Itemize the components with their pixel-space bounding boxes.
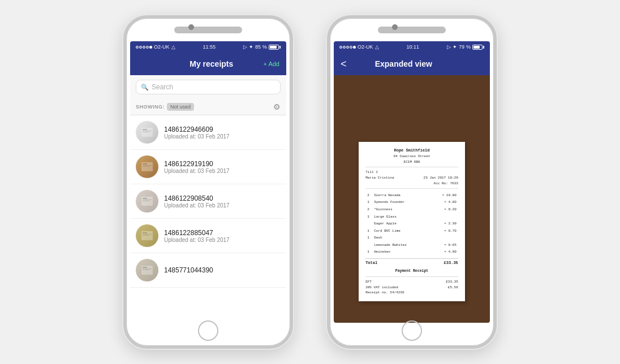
- cashier-row: Maria Cristina 23 Jan 2017 18:20: [365, 175, 458, 181]
- carrier-label: O2-UK: [154, 44, 170, 50]
- divider-2: [365, 188, 458, 189]
- items-table: 2 Sierra Nevada = 10.80 1 Symonds Founde…: [365, 191, 458, 256]
- phone-1-screen: O2-UK △ 11:55 ▷ ✦ 85%: [130, 41, 286, 323]
- svg-rect-11: [143, 201, 149, 201]
- acc-label: Acc No: 7633: [434, 181, 458, 185]
- svg-rect-15: [143, 235, 149, 236]
- receipt-item-4[interactable]: 1485771044390: [130, 253, 286, 288]
- receipt-item-0[interactable]: 1486122946609 Uploaded at: 03 Feb 2017: [130, 115, 286, 150]
- receipt-list: 1486122946609 Uploaded at: 03 Feb 2017 1…: [130, 115, 286, 288]
- phone-1: O2-UK △ 11:55 ▷ ✦ 85%: [123, 15, 293, 349]
- receipt-line-6: 1 Dash: [367, 235, 457, 241]
- nav-title-1: My receipts: [160, 59, 264, 68]
- receipt-line-0: 2 Sierra Nevada = 10.80: [367, 192, 457, 198]
- receipt-thumb-0: [136, 121, 158, 144]
- receipt-id-4: 1485771044390: [164, 266, 213, 274]
- back-button[interactable]: <: [341, 58, 347, 70]
- status-bar-2: O2-UK △ 10:11 ▷ ✦ 79%: [334, 41, 490, 53]
- search-input[interactable]: Search: [152, 83, 173, 91]
- vat-label: 20% VAT included: [365, 285, 398, 291]
- item-price-0: = 10.80: [431, 192, 457, 198]
- svg-rect-13: [143, 232, 147, 233]
- battery-fill-2: [473, 46, 480, 49]
- phone-2: O2-UK △ 10:11 ▷ ✦ 79%: [327, 15, 497, 349]
- receipt-item-3[interactable]: 1486122885047 Uploaded at: 03 Feb 2017: [130, 219, 286, 253]
- receipt-thumb-2: [136, 190, 158, 213]
- total-label: Total: [365, 260, 377, 266]
- battery-cap: [279, 46, 281, 49]
- filter-bar: SHOWING: Not used ⚙: [130, 99, 286, 115]
- receipt-thumb-inner-1: [136, 155, 158, 178]
- receipt-item-1[interactable]: 1486122919190 Uploaded at: 03 Feb 2017: [130, 150, 286, 184]
- item-qty-2: 2: [367, 206, 372, 213]
- svg-rect-3: [143, 132, 149, 132]
- phone-2-speaker: [378, 27, 446, 33]
- signal-dot-3: [143, 46, 145, 49]
- item-qty-8: 1: [367, 249, 372, 255]
- item-qty-7: [367, 242, 372, 248]
- payment-section: Payment Receipt EFT £33.35 20% VAT inclu…: [365, 268, 458, 296]
- item-price-2: = 9.20: [431, 206, 457, 213]
- till-label: Till 1: [365, 170, 378, 175]
- nav-bar-2: < Expanded view: [334, 53, 490, 75]
- item-qty-0: 2: [367, 192, 372, 198]
- filter-showing: SHOWING: Not used: [136, 103, 194, 111]
- phone-2-shell: O2-UK △ 10:11 ▷ ✦ 79%: [327, 15, 497, 349]
- item-name-7: Lemonade Rwhites: [373, 242, 430, 248]
- item-qty-5: 1: [367, 228, 372, 234]
- receipt-info-1: 1486122919190 Uploaded at: 03 Feb 2017: [164, 160, 230, 174]
- vat-row: 20% VAT included £5.56: [365, 285, 458, 291]
- divider-1: [365, 167, 458, 167]
- item-price-1: = 4.80: [431, 200, 457, 206]
- store-addr1: 94 Cowcross Street: [365, 154, 458, 159]
- svg-rect-1: [143, 129, 147, 130]
- nav-bar-1: My receipts + Add: [130, 53, 286, 75]
- phone-1-home-button[interactable]: [198, 320, 218, 341]
- time-label-2: 10:11: [406, 44, 419, 50]
- gear-icon[interactable]: ⚙: [273, 102, 281, 111]
- receipt-photo: Hope Smithfield 94 Cowcross Street EC1M …: [334, 75, 490, 323]
- item-price-8: = 4.90: [431, 249, 457, 255]
- add-button[interactable]: + Add: [264, 60, 279, 67]
- nav-title-2: Expanded view: [347, 59, 460, 68]
- phone-2-screen: O2-UK △ 10:11 ▷ ✦ 79%: [334, 41, 490, 323]
- status-left-2: O2-UK △: [339, 44, 379, 50]
- svg-rect-5: [143, 163, 147, 164]
- item-price-3: [431, 214, 457, 220]
- receipt-paper: Hope Smithfield 94 Cowcross Street EC1M …: [359, 142, 465, 301]
- receipt-thumb-4: [136, 259, 158, 281]
- item-name-8: Heineken: [373, 249, 430, 255]
- svg-rect-17: [143, 267, 147, 268]
- receipt-date-0: Uploaded at: 03 Feb 2017: [164, 133, 230, 140]
- signal-icon-2: [339, 46, 356, 49]
- wifi-icon: △: [171, 44, 175, 50]
- filter-badge[interactable]: Not used: [167, 103, 194, 111]
- receipt-thumb-1: [136, 155, 158, 178]
- item-price-4: = 2.30: [431, 221, 457, 227]
- battery-body: [269, 45, 279, 50]
- item-name-5: Cord BVC Lime: [373, 228, 430, 234]
- receipt-thumb-inner-0: [136, 121, 158, 144]
- search-bar[interactable]: 🔍 Search: [136, 80, 281, 94]
- till-row: Till 1: [365, 170, 458, 175]
- svg-rect-2: [143, 131, 152, 131]
- store-name: Hope Smithfield: [365, 148, 458, 154]
- eft-value: £33.35: [446, 279, 458, 285]
- bluetooth-icon: ✦: [249, 44, 253, 50]
- svg-rect-7: [143, 166, 149, 167]
- store-addr2: EC1M 6BH: [365, 159, 458, 165]
- item-name-2: *Guinness: [373, 206, 430, 213]
- signal-dot-4: [146, 46, 149, 49]
- item-name-0: Sierra Nevada: [373, 192, 430, 198]
- item-qty-6: 1: [367, 235, 372, 241]
- receipt-line-8: 1 Heineken = 4.90: [367, 249, 457, 255]
- receipt-no: Receipt no. 54/4236: [365, 290, 458, 296]
- phone-2-home-button[interactable]: [402, 320, 422, 341]
- receipt-date-2: Uploaded at: 03 Feb 2017: [164, 202, 230, 209]
- receipt-item-2[interactable]: 1486122908540 Uploaded at: 03 Feb 2017: [130, 184, 286, 219]
- svg-rect-6: [143, 165, 152, 166]
- receipt-line-1: 1 Symonds Founder = 4.80: [367, 200, 457, 206]
- time-label: 11:55: [203, 44, 216, 50]
- receipt-line-5: 1 Cord BVC Lime = 0.70: [367, 228, 457, 234]
- phone-1-speaker: [174, 27, 242, 33]
